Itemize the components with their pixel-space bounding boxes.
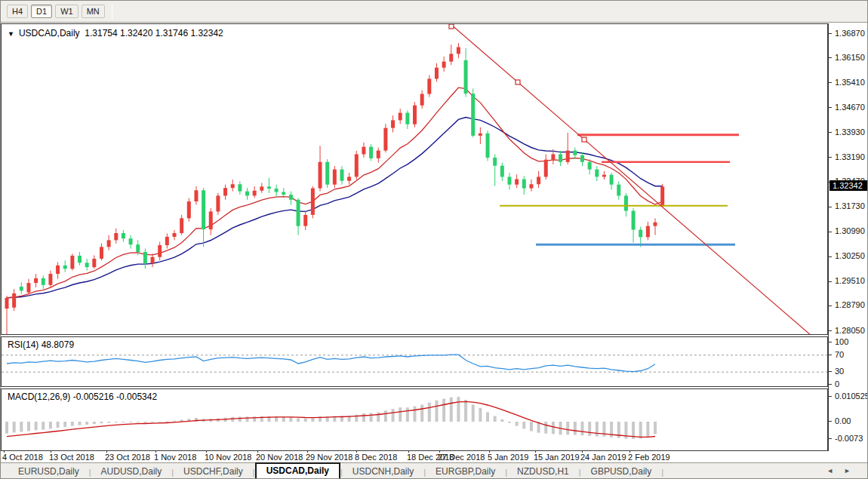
axis-tick-mark [829, 396, 832, 397]
axis-tick-mark [829, 355, 832, 355]
price-axis[interactable]: 1.368701.361501.354101.346701.339301.331… [828, 23, 868, 451]
trendline-handle[interactable] [449, 24, 454, 29]
rsi-panel[interactable]: RSI(14) 48.8079 [1, 336, 828, 387]
axis-tick-mark [829, 306, 832, 306]
descending-trendline[interactable] [451, 24, 811, 334]
tab-separator: | [661, 468, 663, 479]
tab-usdchf[interactable]: USDCHF,Daily [174, 464, 253, 479]
axis-tick-mark [829, 256, 832, 257]
chart-dropdown-icon[interactable]: ▼ [8, 30, 14, 38]
mt4-window: H4D1W1MN ▼USDCAD,Daily 1.31754 1.32420 1… [0, 0, 868, 479]
chart-objects[interactable] [449, 24, 811, 334]
chart-title: ▼USDCAD,Daily 1.31754 1.32420 1.31746 1.… [8, 28, 223, 38]
axis-tick-mark [829, 82, 832, 83]
date-label: 29 Nov 2018 [306, 453, 352, 462]
rsi-line[interactable] [7, 355, 655, 371]
date-label: 5 Jan 2019 [488, 453, 528, 462]
price-tick-label: 1.30250 [835, 251, 865, 260]
macd-histogram[interactable] [5, 397, 657, 439]
date-label: 1 Nov 2018 [154, 453, 196, 462]
candlestick-chart-canvas[interactable] [2, 24, 827, 334]
candles[interactable] [5, 43, 665, 334]
current-price-badge: 1.32342 [830, 180, 868, 191]
price-tick-label: 1.33190 [835, 152, 865, 161]
axis-tick-mark [829, 157, 832, 158]
price-tick-label: 1.34670 [835, 103, 865, 112]
axis-tick-mark [829, 330, 832, 331]
timeframe-toolbar: H4D1W1MN [1, 1, 868, 23]
timeframe-button-h4[interactable]: H4 [7, 5, 28, 18]
tab-audusd[interactable]: AUDUSD,Daily [91, 464, 172, 479]
rsi-tick-label: 100 [835, 337, 848, 346]
macd-tick-label: 0.00 [835, 416, 851, 425]
tab-usdcnh[interactable]: USDCNH,Daily [343, 464, 423, 479]
macd-tick-label: -0.0073 [835, 434, 863, 443]
tab-eurgbp[interactable]: EURGBP,Daily [426, 464, 505, 479]
chart-symbol-label: USDCAD,Daily [19, 28, 80, 38]
date-label: 20 Nov 2018 [256, 453, 303, 462]
timeframe-button-mn[interactable]: MN [82, 5, 105, 18]
date-label: 15 Jan 2019 [534, 453, 580, 462]
rsi-tick-label: 0 [835, 379, 839, 388]
tab-eurusd[interactable]: EURUSD,Daily [8, 464, 89, 479]
price-tick-label: 1.28050 [835, 326, 865, 335]
price-tick-label: 1.36150 [835, 53, 865, 62]
trendline-handle[interactable] [516, 80, 520, 84]
chart-area: ▼USDCAD,Daily 1.31754 1.32420 1.31746 1.… [1, 23, 868, 462]
trendline-handle[interactable] [582, 137, 586, 142]
axis-tick-mark [829, 207, 832, 207]
main-price-panel[interactable]: ▼USDCAD,Daily 1.31754 1.32420 1.31746 1.… [1, 23, 828, 335]
axis-tick-mark [829, 132, 832, 133]
date-axis[interactable]: 4 Oct 201813 Oct 201823 Oct 20181 Nov 20… [1, 451, 868, 462]
price-tick-label: 1.31730 [835, 201, 865, 210]
price-tick-label: 1.30990 [835, 226, 865, 235]
tab-gbpusd[interactable]: GBPUSD,Daily [581, 464, 662, 479]
axis-tick-mark [829, 421, 832, 422]
price-tick-label: 1.28790 [835, 300, 865, 309]
date-label: 24 Jan 2019 [580, 453, 626, 462]
price-tick-label: 1.36870 [835, 29, 865, 38]
macd-tick-label: 0.010525 [835, 391, 868, 401]
rsi-label: RSI(14) 48.8079 [8, 339, 74, 350]
symbol-tab-bar: EURUSD,Daily|AUDUSD,Daily|USDCHF,Daily|U… [1, 462, 868, 479]
axis-tick-mark [829, 107, 832, 108]
rsi-chart-canvas[interactable] [2, 337, 827, 386]
axis-tick-mark [829, 371, 832, 372]
rsi-tick-label: 30 [835, 367, 844, 376]
axis-tick-mark [829, 33, 832, 34]
timeframe-button-d1[interactable]: D1 [31, 5, 52, 18]
moving-averages[interactable] [7, 88, 663, 298]
toolbar-separator [112, 4, 112, 19]
axis-tick-mark [829, 342, 832, 342]
axis-tick-mark [829, 384, 832, 385]
date-label: 8 Dec 2018 [355, 453, 397, 462]
price-tick-label: 1.33930 [835, 127, 865, 137]
axis-tick-mark [829, 232, 832, 232]
tab-scroll-arrows[interactable]: ◄► [826, 467, 861, 474]
axis-tick-mark [829, 57, 832, 58]
axis-tick-mark [829, 281, 832, 282]
date-label: 27 Dec 2018 [438, 453, 485, 462]
axis-tick-mark [829, 438, 832, 439]
tab-usdcad[interactable]: USDCAD,Daily [255, 462, 340, 479]
date-label: 23 Oct 2018 [105, 453, 150, 462]
timeframe-button-w1[interactable]: W1 [55, 5, 78, 18]
chart-ohlc-values: 1.31754 1.32420 1.31746 1.32342 [85, 28, 223, 38]
macd-label: MACD(12,26,9) -0.005216 -0.005342 [8, 391, 157, 402]
macd-signal-line[interactable] [7, 401, 655, 437]
date-label: 4 Oct 2018 [2, 453, 43, 462]
price-tick-label: 1.29510 [835, 276, 865, 285]
price-tick-label: 1.35410 [835, 78, 865, 87]
tab-nzdusd[interactable]: NZDUSD,H1 [507, 464, 579, 479]
rsi-tick-label: 70 [835, 350, 844, 359]
date-label: 13 Oct 2018 [49, 453, 94, 462]
macd-panel[interactable]: MACD(12,26,9) -0.005216 -0.005342 [1, 388, 828, 451]
date-label: 2 Feb 2019 [628, 453, 670, 462]
date-label: 10 Nov 2018 [205, 453, 251, 462]
